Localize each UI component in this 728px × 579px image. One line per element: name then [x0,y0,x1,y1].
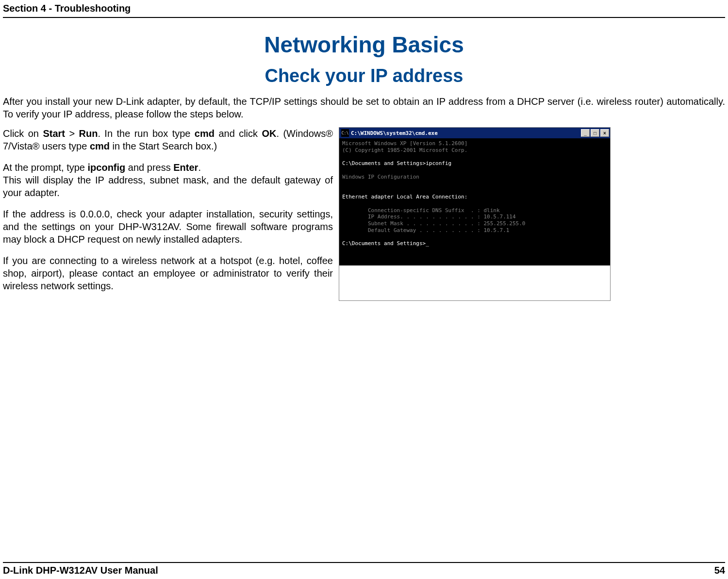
page-title-main: Networking Basics [3,32,725,58]
cmd-line: Windows IP Configuration [342,174,419,180]
cmd-line: Ethernet adapter Local Area Connection: [342,194,467,200]
text: > [65,128,79,139]
text-bold: cmd [195,128,215,139]
paragraph-2: At the prompt, type ipconfig and press E… [3,161,333,199]
text: Click on [3,128,43,139]
text-bold: Run [79,128,98,139]
window-buttons: _ □ × [581,129,609,137]
text: This will display the IP address, subnet… [3,175,333,198]
text-bold: OK [262,128,276,139]
cmd-line: Connection-specific DNS Suffix . : dlink [342,207,500,214]
text: . In the run box type [98,128,194,139]
text: in the Start Search box.) [110,141,217,151]
cmd-titlebar: C:\ C:\WINDOWS\system32\cmd.exe _ □ × [339,128,610,138]
left-column: Click on Start > Run. In the run box typ… [3,127,333,301]
cmd-title-text: C:\WINDOWS\system32\cmd.exe [351,130,581,136]
footer-page-number: 54 [714,565,725,576]
text-bold: Enter [173,162,198,173]
paragraph-4: If you are connecting to a wireless netw… [3,254,333,292]
paragraph-1: Click on Start > Run. In the run box typ… [3,127,333,152]
cmd-line: (C) Copyright 1985-2001 Microsoft Corp. [342,147,467,153]
paragraph-3: If the address is 0.0.0.0, check your ad… [3,208,333,246]
cmd-line: Subnet Mask . . . . . . . . . . . : 255.… [342,220,526,227]
cmd-line: Microsoft Windows XP [Version 5.1.2600] [342,140,467,147]
section-header: Section 4 - Troubleshooting [3,0,725,18]
page-title-sub: Check your IP address [3,66,725,86]
content-row: Click on Start > Run. In the run box typ… [3,127,725,301]
text: . [198,162,201,173]
minimize-button[interactable]: _ [581,129,590,137]
cmd-line: C:\Documents and Settings>ipconfig [342,160,451,166]
intro-paragraph: After you install your new D-Link adapte… [3,95,725,120]
cmd-line: IP Address. . . . . . . . . . . . : 10.5… [342,214,516,220]
cmd-window: C:\ C:\WINDOWS\system32\cmd.exe _ □ × Mi… [339,127,611,301]
text-bold: Start [43,128,65,139]
footer-left: D-Link DHP-W312AV User Manual [3,565,158,576]
maximize-button[interactable]: □ [591,129,599,137]
text-bold: cmd [90,141,110,151]
page-footer: D-Link DHP-W312AV User Manual 54 [3,562,725,576]
text: At the prompt, type [3,162,88,173]
cmd-icon: C:\ [341,129,349,137]
text-bold: ipconfig [88,162,126,173]
text: and press [125,162,173,173]
close-button[interactable]: × [600,129,609,137]
text: and click [215,128,262,139]
cmd-output: Microsoft Windows XP [Version 5.1.2600] … [339,138,610,265]
cmd-line: C:\Documents and Settings>_ [342,240,429,247]
cmd-line: Default Gateway . . . . . . . . . : 10.5… [342,227,509,233]
